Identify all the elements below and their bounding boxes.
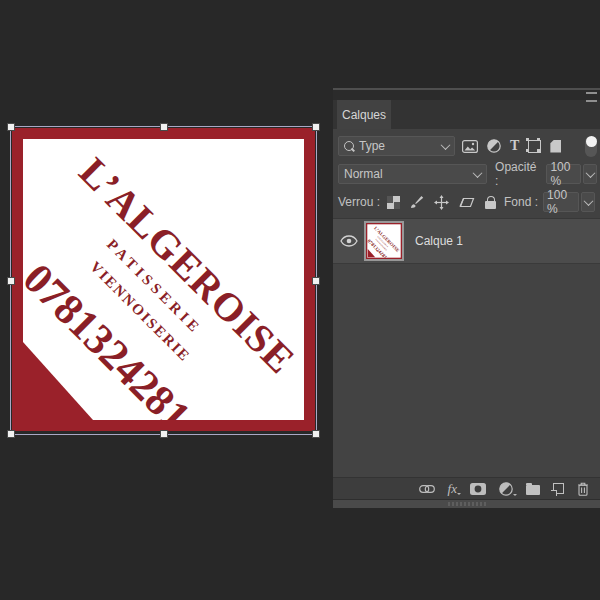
layer-style-fx-button[interactable]: fx <box>448 482 457 495</box>
transform-handle-bottom-right[interactable] <box>312 430 320 438</box>
filter-adjustment-layers-icon[interactable] <box>487 139 501 153</box>
layer-thumbnail[interactable]: L’ALGEROISE PATISSERIE VIENNOISERIE 0781… <box>364 221 404 261</box>
lock-label: Verrou : <box>338 195 380 209</box>
eye-icon <box>340 235 358 247</box>
layers-panel: Calques Type T <box>333 88 600 508</box>
fill-value: 100 % <box>547 188 575 216</box>
transform-handle-bottom-center[interactable] <box>160 430 168 438</box>
fill-slider-button[interactable] <box>581 192 595 212</box>
panel-resize-grip <box>448 502 486 506</box>
transform-handle-top-center[interactable] <box>160 123 168 131</box>
transform-handle-top-left[interactable] <box>7 123 15 131</box>
lock-pixels-brush-icon[interactable] <box>410 195 424 209</box>
blend-row: Normal Opacité : 100 % <box>333 160 600 188</box>
layer-filter-dropdown[interactable]: Type <box>338 136 455 156</box>
search-icon <box>344 141 354 151</box>
opacity-value: 100 % <box>550 160 577 188</box>
filter-shape-layers-icon[interactable] <box>528 140 541 153</box>
chevron-down-icon <box>441 140 451 150</box>
transform-handle-middle-right[interactable] <box>312 277 320 285</box>
panel-resize-edge[interactable] <box>333 499 600 508</box>
layer-row-calque-1[interactable]: L’ALGEROISE PATISSERIE VIENNOISERIE 0781… <box>333 219 600 264</box>
chevron-down-icon <box>583 196 593 206</box>
chevron-down-icon <box>585 168 595 178</box>
transform-handle-bottom-left[interactable] <box>7 430 15 438</box>
opacity-slider-button[interactable] <box>583 164 597 184</box>
layer-visibility-toggle[interactable] <box>333 235 364 247</box>
layer-name[interactable]: Calque 1 <box>415 234 463 248</box>
panel-tab-bar: Calques <box>333 100 600 129</box>
panel-header-bar <box>333 88 600 100</box>
filter-pixel-layers-icon[interactable] <box>462 140 478 153</box>
new-group-folder-icon[interactable] <box>526 482 540 495</box>
add-layer-mask-icon[interactable] <box>470 483 486 495</box>
tab-calques[interactable]: Calques <box>337 100 391 129</box>
transform-handle-middle-left[interactable] <box>7 277 15 285</box>
opacity-value-field[interactable]: 100 % <box>546 164 581 184</box>
link-layers-icon[interactable] <box>419 485 435 493</box>
opacity-label: Opacité : <box>495 160 541 188</box>
chevron-down-icon <box>473 168 483 178</box>
new-layer-icon[interactable] <box>553 483 564 494</box>
lock-position-move-icon[interactable] <box>434 195 449 210</box>
lock-all-padlock-icon[interactable] <box>485 196 496 209</box>
filter-type-layers-icon[interactable]: T <box>510 139 519 153</box>
blend-mode-dropdown[interactable]: Normal <box>338 164 487 184</box>
design-square: L’ALGEROISE PATISSERIE VIENNOISERIE 0781… <box>12 128 315 431</box>
panel-menu-icon[interactable] <box>586 92 597 102</box>
filter-smart-objects-icon[interactable] <box>550 140 561 153</box>
photoshop-workspace: L’ALGEROISE PATISSERIE VIENNOISERIE 0781… <box>0 0 600 600</box>
transform-handle-top-right[interactable] <box>312 123 320 131</box>
fill-value-field[interactable]: 100 % <box>543 192 579 212</box>
delete-layer-trash-icon[interactable] <box>577 482 589 496</box>
layers-controls: Type T Nor <box>333 129 600 218</box>
layer-list: L’ALGEROISE PATISSERIE VIENNOISERIE 0781… <box>333 218 600 477</box>
filter-toggle-switch[interactable] <box>585 136 597 157</box>
lock-artboard-nesting-icon[interactable] <box>459 196 475 209</box>
lock-icons <box>387 195 496 210</box>
canvas-artwork: L’ALGEROISE PATISSERIE VIENNOISERIE 0781… <box>12 128 315 431</box>
filter-icons: T <box>462 139 561 153</box>
blend-mode-value: Normal <box>344 167 383 181</box>
filter-type-value: Type <box>359 139 385 153</box>
layer-thumbnail-design: L’ALGEROISE PATISSERIE VIENNOISERIE 0781… <box>366 223 402 259</box>
lock-row: Verrou : Fond : 100 % <box>333 188 600 216</box>
new-adjustment-layer-icon[interactable] <box>499 482 513 496</box>
fill-label: Fond : <box>504 195 538 209</box>
lock-transparency-icon[interactable] <box>387 196 400 209</box>
filter-row: Type T <box>333 132 600 160</box>
layers-panel-toolbar: fx <box>333 477 600 499</box>
